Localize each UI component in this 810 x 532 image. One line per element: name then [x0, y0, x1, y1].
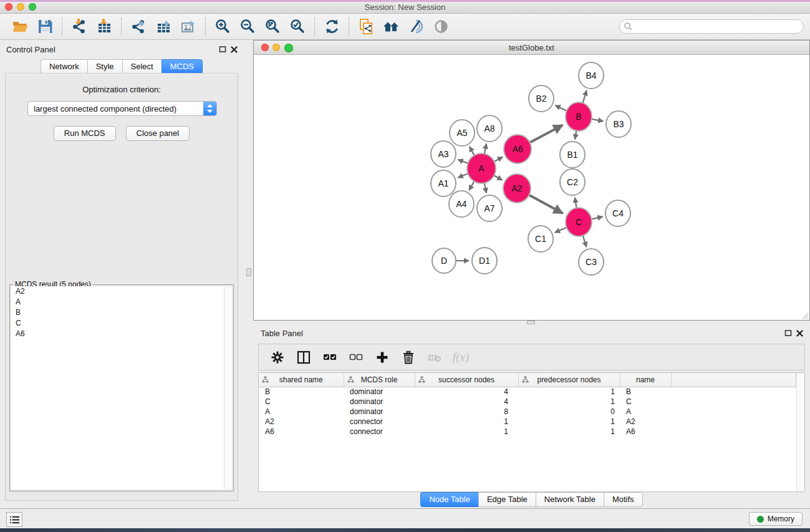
mcds-result-item[interactable]: A2	[11, 286, 232, 297]
tab-select[interactable]: Select	[122, 59, 162, 74]
add-icon[interactable]	[371, 347, 393, 368]
network-node-A6[interactable]: A6	[504, 135, 531, 163]
control-panel: Control Panel NetworkStyleSelectMCDS Opt…	[0, 40, 243, 508]
network-node-A8[interactable]: A8	[477, 115, 502, 142]
close-panel-icon[interactable]	[230, 45, 238, 53]
show-graphics-details-icon[interactable]	[428, 16, 453, 37]
mcds-result-item[interactable]: A	[11, 297, 232, 307]
svg-text:A1: A1	[438, 178, 448, 188]
tab-node-table[interactable]: Node Table	[420, 492, 478, 507]
network-node-B4[interactable]: B4	[579, 62, 604, 89]
columns-icon[interactable]	[292, 347, 315, 368]
network-node-A3[interactable]: A3	[431, 141, 456, 167]
combo-stepper-icon	[203, 102, 216, 115]
float-panel-icon[interactable]	[219, 45, 227, 53]
table-close-icon[interactable]	[796, 329, 804, 337]
titlebar: Session: New Session	[0, 0, 810, 14]
save-session-icon[interactable]	[32, 16, 57, 37]
table-scrollbar[interactable]	[796, 373, 804, 491]
optimization-criterion-value: largest connected component (directed)	[34, 104, 176, 114]
table-float-icon[interactable]	[784, 329, 793, 337]
export-image-icon[interactable]	[176, 16, 201, 37]
table-row[interactable]: A2connector11A2	[259, 417, 796, 427]
select-all-icon[interactable]	[319, 347, 341, 368]
task-history-button[interactable]	[6, 512, 22, 527]
export-network-icon[interactable]	[126, 16, 151, 37]
open-session-icon[interactable]	[7, 16, 32, 37]
table-row[interactable]: A6connector11A6	[259, 427, 796, 437]
network-canvas[interactable]: B4B2BB3A5A8A6A3B1AA1C2A2A4A7C4CC1C3DD1	[254, 55, 809, 320]
network-node-C[interactable]: C	[566, 208, 592, 236]
optimization-criterion-select[interactable]: largest connected component (directed)	[27, 101, 217, 116]
clear-all-icon[interactable]	[345, 347, 367, 368]
svg-text:B4: B4	[586, 70, 596, 80]
network-node-B2[interactable]: B2	[529, 85, 554, 112]
table-toolbar: f(x)	[258, 344, 805, 370]
search-input[interactable]	[619, 19, 804, 34]
column-header-successor-nodes[interactable]: successor nodes	[415, 373, 518, 387]
refresh-icon[interactable]	[319, 16, 344, 37]
memory-button[interactable]: Memory	[749, 512, 803, 526]
network-node-B1[interactable]: B1	[560, 142, 585, 168]
zoom-selected-icon[interactable]	[285, 16, 310, 37]
node-table: shared nameMCDS rolesuccessor nodesprede…	[258, 372, 805, 492]
svg-text:A7: A7	[484, 203, 494, 213]
table-row[interactable]: Cdominator41C	[259, 397, 796, 407]
svg-text:B: B	[576, 112, 581, 122]
network-node-C2[interactable]: C2	[560, 169, 585, 195]
resize-grip-icon[interactable]	[801, 312, 809, 319]
trash-icon[interactable]	[397, 347, 420, 368]
mcds-result-item[interactable]: C	[11, 318, 232, 329]
network-node-A5[interactable]: A5	[450, 120, 475, 146]
svg-text:C3: C3	[586, 257, 597, 267]
new-network-from-selection-icon[interactable]	[354, 16, 378, 37]
mcds-result-item[interactable]: B	[11, 307, 232, 318]
network-node-D[interactable]: D	[432, 248, 456, 273]
delete-table-icon	[423, 347, 446, 368]
svg-text:D: D	[441, 256, 447, 266]
network-node-A7[interactable]: A7	[477, 195, 502, 221]
svg-text:A8: A8	[484, 123, 494, 133]
import-network-icon[interactable]	[67, 16, 92, 37]
export-table-icon[interactable]	[151, 16, 176, 37]
column-header-shared-name[interactable]: shared name	[259, 373, 344, 387]
mcds-panel: Optimization criterion: largest connecte…	[5, 73, 238, 501]
network-node-A1[interactable]: A1	[431, 170, 456, 196]
network-node-C3[interactable]: C3	[579, 249, 604, 275]
tab-mcds[interactable]: MCDS	[162, 59, 203, 74]
network-node-A[interactable]: A	[467, 153, 496, 183]
gear-icon[interactable]	[266, 347, 289, 368]
mcds-list-scrollbar[interactable]	[224, 286, 232, 490]
table-row[interactable]: Bdominator41B	[259, 387, 796, 397]
toolbar-separator	[205, 17, 206, 36]
vertical-split-handle[interactable]	[246, 268, 251, 276]
close-panel-button[interactable]: Close panel	[126, 126, 190, 141]
table-row[interactable]: Adominator80A	[259, 407, 796, 417]
zoom-fit-icon[interactable]	[260, 16, 285, 37]
network-node-B[interactable]: B	[566, 102, 592, 131]
network-node-A2[interactable]: A2	[503, 174, 531, 203]
statusbar: Memory	[0, 508, 810, 528]
home-icon[interactable]	[378, 16, 403, 37]
tab-edge-table[interactable]: Edge Table	[478, 492, 536, 507]
network-node-C4[interactable]: C4	[605, 200, 630, 226]
column-header-MCDS-role[interactable]: MCDS role	[344, 373, 415, 387]
zoom-out-icon[interactable]	[235, 16, 260, 37]
network-node-C1[interactable]: C1	[528, 226, 553, 252]
network-node-D1[interactable]: D1	[472, 248, 497, 274]
tab-motifs[interactable]: Motifs	[604, 492, 643, 507]
tab-network[interactable]: Network	[41, 59, 87, 74]
mcds-result-item[interactable]: A6	[11, 329, 232, 339]
tab-network-table[interactable]: Network Table	[536, 492, 604, 507]
network-node-B3[interactable]: B3	[606, 111, 631, 137]
import-table-icon[interactable]	[92, 16, 117, 37]
tab-style[interactable]: Style	[87, 59, 122, 74]
zoom-in-icon[interactable]	[210, 16, 235, 37]
column-header-name[interactable]: name	[620, 373, 671, 387]
run-mcds-button[interactable]: Run MCDS	[54, 126, 116, 141]
hide-graphics-details-icon[interactable]	[403, 16, 428, 37]
network-node-A4[interactable]: A4	[449, 191, 474, 217]
svg-text:D1: D1	[479, 256, 490, 266]
column-header-predecessor-nodes[interactable]: predecessor nodes	[518, 373, 620, 387]
toolbar-separator	[62, 17, 62, 36]
